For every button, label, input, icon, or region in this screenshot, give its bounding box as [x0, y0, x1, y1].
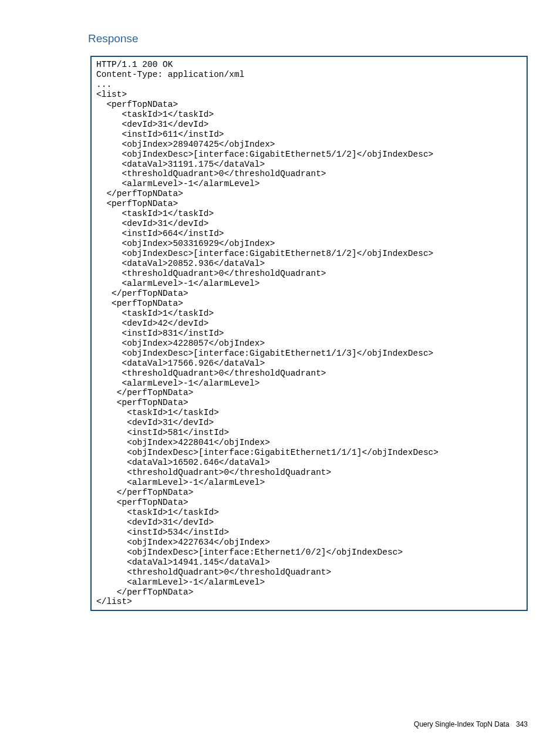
code-block: HTTP/1.1 200 OK Content-Type: applicatio…: [90, 56, 528, 611]
footer-text: Query Single-Index TopN Data: [414, 720, 510, 728]
section-title: Response: [88, 32, 528, 45]
page-number: 343: [516, 720, 528, 728]
page-footer: Query Single-Index TopN Data 343: [414, 720, 528, 728]
